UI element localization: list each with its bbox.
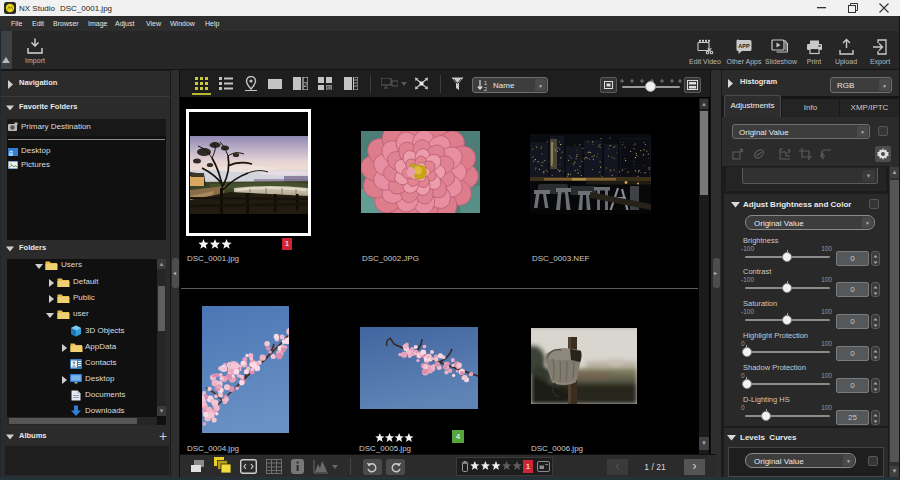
svg-text:2: 2 bbox=[304, 81, 308, 88]
svg-text:2: 2 bbox=[484, 86, 487, 91]
svg-text:61: 61 bbox=[326, 86, 332, 91]
svg-text:APP: APP bbox=[738, 43, 750, 49]
